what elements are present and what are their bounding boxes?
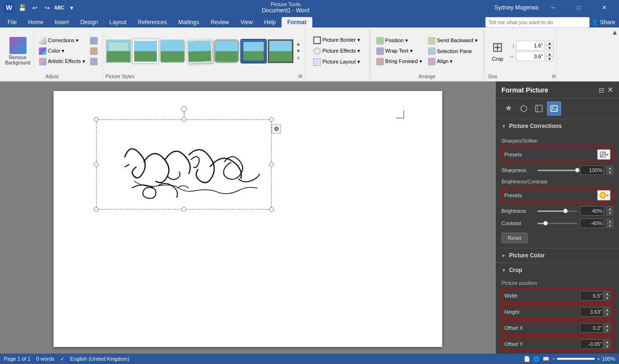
- crop-offset-y-spin-down[interactable]: ▼: [604, 344, 610, 349]
- handle-top-middle[interactable]: [182, 117, 186, 122]
- height-input[interactable]: [516, 41, 545, 50]
- crop-width-spin-down[interactable]: ▼: [604, 296, 610, 300]
- crop-width-spin-up[interactable]: ▲: [604, 291, 610, 296]
- tab-format[interactable]: Format: [282, 17, 312, 27]
- undo-button[interactable]: ↩: [29, 2, 40, 13]
- artistic-effects-button[interactable]: Artistic Effects ▾: [37, 57, 87, 66]
- save-button[interactable]: 💾: [17, 2, 27, 13]
- height-spin-down[interactable]: ▼: [546, 46, 554, 50]
- brightness-presets-button[interactable]: ▾: [597, 190, 610, 200]
- layout-options-button[interactable]: ⚙: [272, 124, 281, 134]
- sharpen-presets-button[interactable]: ▾: [597, 149, 610, 160]
- style-thumb-1[interactable]: [106, 39, 131, 63]
- picture-corrections-header[interactable]: ▼ Picture Corrections: [496, 119, 619, 133]
- view-web-button[interactable]: 🌐: [533, 356, 540, 362]
- tab-home[interactable]: Home: [22, 17, 49, 27]
- tab-layout[interactable]: Layout: [104, 17, 132, 27]
- close-button[interactable]: ✕: [593, 0, 615, 15]
- compress-pictures-button[interactable]: [88, 36, 100, 46]
- brightness-slider[interactable]: [537, 210, 577, 212]
- style-thumb-7[interactable]: [268, 39, 293, 63]
- style-thumb-3[interactable]: [160, 39, 185, 63]
- reset-picture-button[interactable]: [88, 57, 100, 66]
- align-button[interactable]: Align ▾: [426, 57, 480, 66]
- share-button[interactable]: 👤 Share: [592, 19, 615, 26]
- picture-layout-button[interactable]: Picture Layout ▾: [311, 57, 363, 67]
- panel-collapse-button[interactable]: ⊟: [599, 86, 604, 94]
- width-spin-up[interactable]: ▲: [546, 52, 554, 56]
- view-normal-button[interactable]: 📄: [524, 356, 530, 362]
- remove-background-button[interactable]: RemoveBackground: [5, 35, 31, 67]
- width-spin-down[interactable]: ▼: [546, 56, 554, 61]
- picture-border-button[interactable]: Picture Border ▾: [311, 35, 363, 46]
- wrap-text-button[interactable]: Wrap Text ▾: [374, 46, 424, 56]
- handle-middle-right[interactable]: [269, 162, 274, 167]
- sharpness-spin-down[interactable]: ▼: [607, 170, 613, 175]
- view-read-button[interactable]: 📖: [543, 356, 549, 362]
- minimize-button[interactable]: ─: [542, 0, 564, 15]
- picture-effects-button[interactable]: Picture Effects ▾: [311, 46, 363, 56]
- zoom-slider[interactable]: [557, 358, 595, 360]
- contrast-spin-down[interactable]: ▼: [607, 223, 613, 228]
- sharpness-slider[interactable]: [537, 170, 577, 171]
- selection-pane-button[interactable]: Selection Pane: [426, 46, 480, 56]
- panel-tab-picture[interactable]: [547, 101, 561, 116]
- crop-offset-x-input[interactable]: [580, 323, 603, 333]
- search-input[interactable]: [485, 17, 590, 27]
- picture-color-header[interactable]: ▼ Picture Color: [496, 248, 619, 263]
- crop-offset-y-spin-up[interactable]: ▲: [604, 339, 610, 344]
- contrast-slider[interactable]: [537, 223, 577, 224]
- contrast-spin-up[interactable]: ▲: [607, 218, 613, 223]
- picture-styles-expand-button[interactable]: ⧉: [299, 73, 302, 79]
- zoom-out-button[interactable]: −: [552, 356, 555, 362]
- signature-image[interactable]: ⚙: [96, 119, 272, 209]
- handle-top-right[interactable]: [269, 117, 274, 122]
- sharpness-spin-up[interactable]: ▲: [607, 165, 613, 170]
- crop-offset-y-input[interactable]: [580, 339, 603, 349]
- brightness-spin-down[interactable]: ▼: [607, 211, 613, 216]
- handle-bottom-right[interactable]: [269, 207, 274, 212]
- style-thumb-2[interactable]: [133, 39, 158, 63]
- position-button[interactable]: Position ▾: [374, 36, 424, 46]
- more-qat-button[interactable]: ▾: [66, 2, 77, 13]
- crop-height-spin-up[interactable]: ▲: [604, 307, 610, 312]
- maximize-button[interactable]: □: [568, 0, 590, 15]
- style-thumb-4[interactable]: [186, 39, 213, 64]
- size-expand-button[interactable]: ⧉: [552, 73, 555, 79]
- panel-close-button[interactable]: ✕: [607, 85, 613, 94]
- style-gallery-expand[interactable]: ≡: [295, 55, 302, 62]
- style-scroll-up[interactable]: ▲: [295, 41, 302, 47]
- tab-help[interactable]: Help: [258, 17, 282, 27]
- handle-middle-left[interactable]: [94, 162, 99, 167]
- tab-design[interactable]: Design: [74, 17, 103, 27]
- proofing-icon[interactable]: ✓: [60, 356, 64, 362]
- tab-insert[interactable]: Insert: [49, 17, 74, 27]
- change-picture-button[interactable]: [88, 46, 100, 56]
- crop-header[interactable]: ▼ Crop: [496, 263, 619, 277]
- reset-button[interactable]: Reset: [501, 233, 528, 243]
- brightness-spin-up[interactable]: ▲: [607, 206, 613, 211]
- crop-width-input[interactable]: [580, 291, 603, 300]
- tab-view[interactable]: View: [235, 17, 259, 27]
- tab-review[interactable]: Review: [205, 17, 235, 27]
- handle-top-left[interactable]: [94, 117, 99, 122]
- redo-button[interactable]: ↪: [42, 2, 52, 13]
- style-thumb-6[interactable]: [241, 39, 266, 63]
- tab-references[interactable]: References: [132, 17, 173, 27]
- width-input[interactable]: [516, 52, 545, 61]
- collapse-ribbon-button[interactable]: ▲: [611, 28, 618, 36]
- tab-mailings[interactable]: Mailings: [173, 17, 205, 27]
- crop-button[interactable]: ⊞ Crop: [488, 39, 507, 64]
- spell-button[interactable]: ABC: [54, 2, 64, 13]
- tab-file[interactable]: File: [2, 17, 22, 27]
- crop-offset-x-spin-down[interactable]: ▼: [604, 328, 610, 333]
- height-spin-up[interactable]: ▲: [546, 41, 554, 46]
- bring-forward-button[interactable]: Bring Forward ▾: [374, 57, 424, 66]
- panel-tab-effects[interactable]: [501, 101, 516, 116]
- crop-offset-x-spin-up[interactable]: ▲: [604, 323, 610, 328]
- send-backward-button[interactable]: Send Backward ▾: [426, 36, 480, 46]
- language-indicator[interactable]: English (United Kingdom): [70, 356, 129, 362]
- rotate-handle[interactable]: [181, 106, 187, 112]
- panel-tab-layout-props[interactable]: [517, 101, 531, 116]
- style-scroll-down[interactable]: ▼: [295, 48, 302, 55]
